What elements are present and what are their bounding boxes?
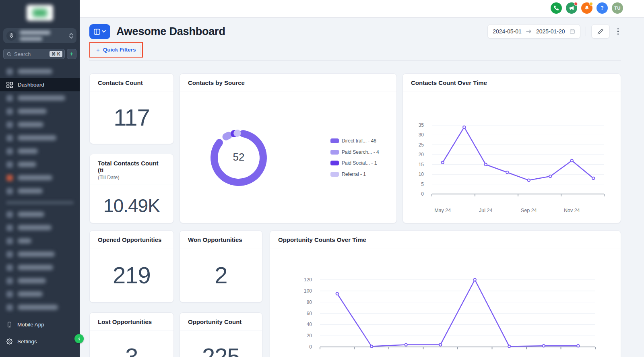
notifications-button[interactable] — [581, 2, 592, 14]
redacted-label — [18, 175, 52, 180]
arrow-right-icon — [526, 29, 532, 33]
header-divider — [89, 60, 621, 61]
quick-actions-button[interactable] — [67, 49, 76, 59]
main-area: ? TU Awesome Dashboard 2024-05-01 — [80, 0, 644, 357]
workspace-logo-image — [27, 5, 53, 21]
card-opened-opportunities: Opened Opportunities 219 — [89, 230, 174, 303]
redacted-label — [18, 212, 44, 217]
legend-label: Paid Search... - 4 — [342, 149, 379, 155]
search-icon — [6, 52, 12, 57]
lost-opportunities-value: 3 — [90, 330, 173, 357]
dashboard-selector-button[interactable] — [89, 24, 110, 39]
card-title: Lost Opportunities — [98, 318, 165, 325]
sidebar-item-redacted[interactable] — [0, 158, 80, 171]
sidebar-item-redacted[interactable] — [0, 131, 80, 144]
date-range-picker[interactable]: 2024-05-01 2025-01-20 — [487, 24, 580, 39]
search-shortcut-badge: ⌘ K — [50, 51, 62, 57]
search-row: Search ⌘ K — [3, 49, 76, 59]
location-pin-icon — [6, 31, 16, 41]
svg-text:120: 120 — [304, 277, 312, 283]
svg-text:100: 100 — [304, 288, 312, 294]
user-avatar[interactable]: TU — [612, 2, 623, 14]
sidebar-item-redacted[interactable] — [0, 234, 80, 248]
sidebar-item-redacted[interactable] — [0, 221, 80, 234]
sidebar-item-redacted[interactable] — [0, 248, 80, 261]
sidebar-bottom: Mobile App Settings — [0, 318, 80, 351]
sidebar-item-redacted[interactable] — [0, 301, 80, 314]
date-start: 2024-05-01 — [493, 28, 522, 35]
quick-filters-divider — [140, 45, 140, 55]
page-title: Awesome Dashboard — [116, 25, 225, 38]
sidebar-item-redacted[interactable] — [0, 105, 80, 118]
help-button[interactable]: ? — [597, 2, 608, 14]
title-row: Awesome Dashboard — [89, 24, 225, 39]
sidebar-item-redacted[interactable] — [0, 261, 80, 274]
sidebar-section-divider — [6, 201, 74, 204]
svg-text:Sep 24: Sep 24 — [521, 208, 537, 213]
redacted-icon — [6, 225, 13, 231]
redacted-label — [18, 122, 43, 127]
header-divider-vertical — [586, 27, 586, 36]
plus-icon: + — [96, 46, 100, 53]
card-lost-opportunities: Lost Opportunities 3 — [89, 312, 174, 357]
sidebar-item-redacted[interactable] — [0, 184, 80, 198]
sidebar-item-redacted[interactable] — [0, 118, 80, 131]
svg-text:80: 80 — [307, 299, 312, 305]
sidebar-item-redacted[interactable] — [0, 144, 80, 158]
legend-item: Referral - 1 — [330, 171, 379, 177]
search-placeholder: Search — [14, 51, 47, 57]
svg-text:0: 0 — [309, 344, 312, 350]
donut-center-value: 52 — [231, 151, 246, 163]
edit-dashboard-button[interactable] — [591, 24, 610, 39]
svg-text:20: 20 — [419, 152, 424, 157]
sidebar-item-redacted[interactable] — [0, 208, 80, 221]
contacts-count-value: 117 — [90, 91, 173, 143]
announcements-button[interactable] — [566, 2, 577, 14]
search-input[interactable]: Search ⌘ K — [3, 49, 65, 59]
sidebar-item-mobile-app[interactable]: Mobile App — [0, 318, 80, 331]
svg-text:35: 35 — [419, 122, 424, 128]
svg-text:5: 5 — [421, 182, 424, 187]
card-won-opportunities: Won Opportunities 2 — [180, 230, 262, 303]
legend-item: Paid Social... - 1 — [330, 160, 379, 166]
gear-icon — [6, 338, 12, 345]
redacted-icon — [6, 161, 13, 168]
sidebar-item-dashboard[interactable]: Dashboard — [0, 78, 80, 91]
phone-button[interactable] — [551, 2, 562, 14]
more-options-button[interactable] — [615, 27, 621, 37]
redacted-label — [18, 109, 47, 114]
card-contacts-by-source: Contacts by Source 52 Direct traf... - 4… — [180, 73, 397, 223]
account-switcher[interactable] — [3, 28, 76, 43]
header-controls: 2024-05-01 2025-01-20 — [487, 24, 621, 39]
svg-text:30: 30 — [419, 132, 424, 138]
chevron-left-icon — [77, 337, 81, 341]
sidebar-item-redacted[interactable] — [0, 287, 80, 301]
redacted-label — [18, 188, 43, 194]
legend-swatch — [330, 161, 339, 165]
announcements-badge — [574, 2, 578, 6]
svg-text:60: 60 — [307, 311, 312, 316]
sidebar-collapse-button[interactable] — [74, 334, 84, 343]
card-contacts-over-time: Contacts Count Over Time 05101520253035M… — [402, 73, 621, 223]
sidebar: Search ⌘ K Dashboard Mobile App — [0, 0, 80, 357]
legend-swatch — [330, 150, 339, 155]
quick-filters-button[interactable]: + Quick Filters — [90, 43, 142, 57]
phone-icon — [553, 5, 559, 11]
redacted-label — [18, 149, 38, 154]
sidebar-item-redacted[interactable] — [0, 65, 80, 78]
card-title: Total Contacts Count (ti — [98, 160, 165, 173]
mobile-phone-icon — [6, 322, 12, 328]
sidebar-item-redacted[interactable] — [0, 171, 80, 184]
sidebar-item-redacted[interactable] — [0, 274, 80, 287]
sidebar-item-settings-label: Settings — [17, 338, 37, 345]
dashboard-content: Awesome Dashboard 2024-05-01 2025-01-20 … — [80, 18, 644, 357]
question-mark-icon: ? — [601, 5, 603, 11]
card-title: Opportunity Count — [188, 318, 254, 325]
redacted-icon — [6, 291, 13, 297]
sidebar-item-redacted[interactable] — [0, 91, 80, 105]
redacted-icon — [6, 108, 13, 115]
sidebar-item-settings[interactable]: Settings — [0, 334, 80, 348]
svg-text:May 24: May 24 — [434, 208, 451, 213]
megaphone-icon — [569, 5, 574, 11]
redacted-icon — [6, 304, 13, 311]
